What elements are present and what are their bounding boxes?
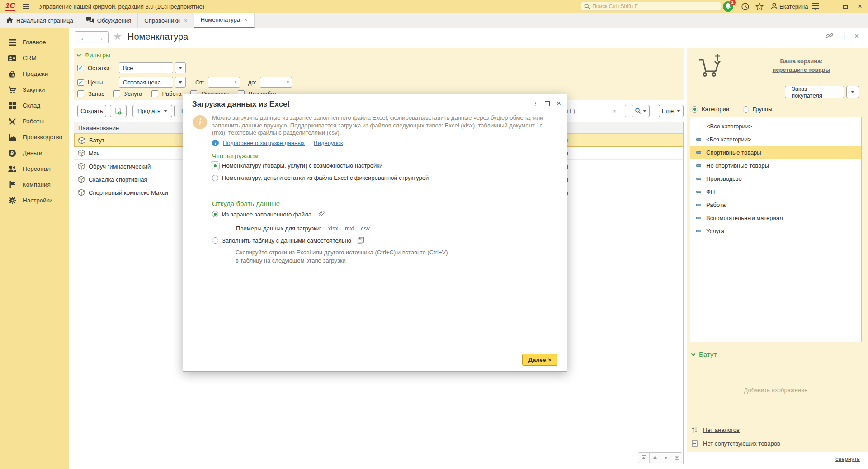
sidebar-item-sales[interactable]: Продажи: [0, 66, 69, 82]
remains-checkbox[interactable]: [77, 65, 84, 71]
remains-select[interactable]: Все: [119, 62, 173, 73]
form-more-icon[interactable]: ⋮: [841, 32, 848, 40]
price-to-label: до:: [248, 79, 256, 86]
category-item[interactable]: Вспомогательный материал: [690, 211, 861, 225]
sidebar-item-warehouse[interactable]: Склад: [0, 98, 69, 113]
product-section-toggle[interactable]: Батут: [692, 351, 717, 358]
more-button[interactable]: Еще: [659, 105, 684, 117]
package-icon: [78, 137, 85, 144]
category-item[interactable]: Услуга: [690, 225, 861, 238]
notifications-bell-icon[interactable]: 1: [722, 1, 733, 12]
sidebar-item-works[interactable]: Работы: [0, 113, 69, 129]
go-first-icon[interactable]: [638, 453, 649, 463]
tab-close-icon[interactable]: ×: [244, 16, 248, 23]
tab-nomenklatura[interactable]: Номенклатура ×: [194, 13, 255, 28]
dialog-maximize-icon[interactable]: [542, 98, 552, 109]
source-section-header: Откуда брать данные: [212, 200, 280, 207]
video-tutorial-link[interactable]: Видеоурок: [314, 140, 343, 146]
what-option2-radio[interactable]: [212, 175, 218, 181]
sidebar-item-crm[interactable]: CRM: [0, 50, 69, 66]
titlebar: 1С Управление нашей фирмой, редакция 3.0…: [0, 0, 868, 13]
forward-button[interactable]: →: [92, 32, 108, 44]
favorites-star-icon[interactable]: [754, 1, 765, 12]
user-icon[interactable]: [769, 1, 779, 12]
category-item[interactable]: ФН: [690, 185, 861, 198]
copy-create-button[interactable]: [110, 105, 127, 117]
source-file-radio[interactable]: [212, 211, 218, 217]
tab-home[interactable]: Начальная страница: [0, 13, 80, 28]
customer-order-button[interactable]: Заказ покупателя: [785, 86, 844, 98]
sidebar-item-money[interactable]: ₽ Деньги: [0, 145, 69, 161]
price-to-input[interactable]: ×: [260, 77, 292, 88]
category-dash-icon: [696, 138, 701, 141]
category-list: <Все категории> <Без категории> Спортивн…: [690, 117, 862, 342]
tab-spravochniki[interactable]: Справочники ×: [138, 13, 194, 28]
category-item-selected[interactable]: Спортивные товары: [690, 146, 861, 159]
prices-checkbox[interactable]: [77, 79, 84, 86]
category-item[interactable]: Работа: [690, 198, 861, 211]
clear-icon[interactable]: ×: [611, 108, 618, 114]
close-app-button[interactable]: ×: [854, 1, 865, 12]
cart-drop-link[interactable]: Ваша корзина: перетащите товары: [741, 57, 861, 74]
order-dropdown-button[interactable]: [846, 86, 859, 98]
create-button[interactable]: Создать: [77, 105, 106, 117]
form-close-icon[interactable]: ×: [854, 32, 859, 40]
sell-button[interactable]: Продать: [132, 105, 172, 117]
dropdown-caret-icon: [677, 110, 680, 112]
groups-radio[interactable]: [743, 106, 749, 113]
tab-close-icon[interactable]: ×: [184, 17, 188, 24]
type-usluga-checkbox[interactable]: [113, 90, 120, 97]
page-down-icon[interactable]: [660, 453, 671, 463]
collapse-link[interactable]: свернуть: [835, 455, 860, 462]
category-item[interactable]: Производсво: [690, 172, 861, 185]
category-item[interactable]: <Все категории>: [690, 120, 861, 133]
restore-button[interactable]: [840, 1, 851, 12]
categories-radio[interactable]: [692, 106, 698, 113]
sidebar-item-company[interactable]: Компания: [0, 177, 69, 192]
clear-icon[interactable]: ×: [232, 79, 240, 85]
1c-logo: 1С: [5, 2, 15, 11]
global-search[interactable]: [581, 2, 721, 11]
global-search-input[interactable]: [592, 3, 718, 9]
prices-dropdown-button[interactable]: [175, 77, 186, 88]
sample-mxl-link[interactable]: mxl: [345, 225, 354, 232]
what-option1-radio[interactable]: [212, 163, 218, 169]
more-about-import-link[interactable]: Подробнее о загрузке данных: [223, 140, 305, 146]
sidebar-item-settings[interactable]: Настройки: [0, 192, 69, 208]
sidebar-item-main[interactable]: Главное: [0, 34, 69, 50]
analogs-link[interactable]: Нет аналогов: [703, 427, 740, 433]
sample-csv-link[interactable]: csv: [361, 225, 370, 232]
search-options-button[interactable]: [632, 105, 650, 117]
prices-select[interactable]: Оптовая цена: [119, 77, 173, 88]
sidebar-item-staff[interactable]: Персонал: [0, 161, 69, 177]
page-up-icon[interactable]: [649, 453, 660, 463]
go-last-icon[interactable]: [671, 453, 682, 463]
back-button[interactable]: ←: [75, 32, 92, 44]
category-item[interactable]: Не спортивные товары: [690, 159, 861, 172]
main-menu-icon[interactable]: [23, 4, 29, 9]
add-image-placeholder[interactable]: Добавить изображение: [690, 387, 862, 394]
window-menu-icon[interactable]: [810, 1, 821, 12]
next-button[interactable]: Далее >: [522, 354, 557, 366]
tab-discussions[interactable]: Обсуждения: [80, 13, 138, 28]
remains-dropdown-button[interactable]: [175, 62, 186, 73]
sidebar-item-purchases[interactable]: Закупки: [0, 82, 69, 98]
history-icon[interactable]: [740, 1, 750, 12]
get-link-icon[interactable]: [826, 32, 833, 40]
filters-toggle[interactable]: Фильтры: [77, 52, 110, 59]
current-user-name[interactable]: Екатерина: [779, 3, 808, 10]
sidebar-item-production[interactable]: Производство: [0, 129, 69, 145]
type-zapas-checkbox[interactable]: [77, 90, 84, 97]
type-rabota-checkbox[interactable]: [151, 90, 158, 97]
category-item[interactable]: <Без категории>: [690, 133, 861, 146]
dialog-close-icon[interactable]: ×: [553, 98, 564, 109]
dialog-more-icon[interactable]: ⋮: [530, 98, 541, 109]
home-icon: [6, 17, 13, 23]
source-manual-radio[interactable]: [212, 237, 218, 244]
sample-xlsx-link[interactable]: xlsx: [328, 225, 338, 232]
favorite-star-icon[interactable]: ★: [113, 31, 122, 42]
clear-icon[interactable]: ×: [284, 79, 292, 85]
price-from-input[interactable]: ×: [208, 77, 240, 88]
related-products-link[interactable]: Нет сопутствующих товаров: [703, 440, 780, 447]
minimize-button[interactable]: –: [826, 1, 836, 12]
